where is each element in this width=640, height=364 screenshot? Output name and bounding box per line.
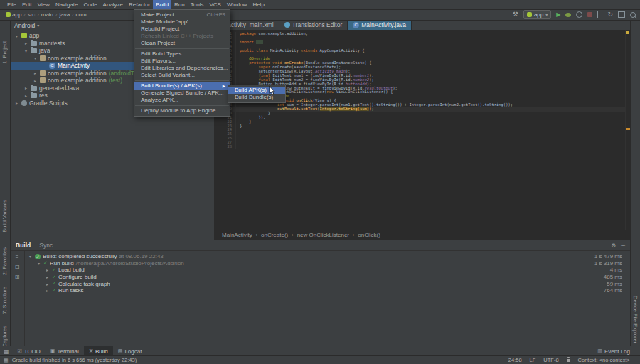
debug-button[interactable]: [565, 13, 571, 17]
tree-expand-icon[interactable]: ▾: [28, 254, 33, 259]
profile-button[interactable]: [576, 11, 582, 18]
menu-item-make-project[interactable]: Make ProjectCtrl+F9: [134, 11, 230, 18]
tool-window-tab-terminal[interactable]: ▣Terminal: [46, 346, 84, 356]
tree-expand-icon[interactable]: ▸: [45, 288, 50, 293]
tree-expand-icon[interactable]: ▾: [33, 55, 38, 60]
tree-expand-icon[interactable]: ▸: [33, 78, 38, 83]
editor-tab-mainactivity-java[interactable]: MainActivity.java: [348, 20, 412, 30]
tree-expand-icon[interactable]: ▸: [45, 274, 50, 279]
tree-expand-icon[interactable]: ▸: [33, 70, 38, 75]
sdk-manager-button[interactable]: [618, 11, 625, 18]
menu-help[interactable]: Help: [250, 0, 267, 9]
tool-window-button-7-structure[interactable]: 7: Structure: [1, 287, 8, 314]
tool-window-button-2-favorites[interactable]: 2: Favorites: [1, 247, 8, 275]
menu-tools[interactable]: Tools: [188, 0, 207, 9]
build-row-build-completed-successfully[interactable]: ▾✓Build: completed successfully at 08.06…: [25, 253, 631, 260]
tool-window-tab-todo[interactable]: ☑TODO: [13, 346, 46, 356]
menu-item-generate-signed-bundle-apk[interactable]: Generate Signed Bundle / APK...: [134, 90, 230, 97]
event-log-button[interactable]: ▥ Event Log: [597, 348, 640, 355]
editor-breadcrumb-mainactivity[interactable]: MainActivity: [222, 232, 252, 238]
stop-button[interactable]: [587, 12, 592, 17]
menu-analyze[interactable]: Analyze: [100, 0, 126, 9]
gradle-sync-button[interactable]: ↻: [607, 11, 613, 18]
menu-refactor[interactable]: Refactor: [126, 0, 153, 9]
tree-expand-icon[interactable]: ▸: [23, 85, 28, 90]
tree-expand-icon[interactable]: ▾: [23, 48, 28, 53]
code-line[interactable]: 28: [215, 145, 625, 149]
build-row-run-build[interactable]: ▾✓Run build /home/alpa/AndroidStudioProj…: [25, 260, 631, 267]
hide-icon[interactable]: ─: [621, 242, 625, 249]
menu-run[interactable]: Run: [171, 0, 188, 9]
lock-icon[interactable]: [567, 359, 570, 362]
tree-expand-icon[interactable]: ▸: [45, 267, 50, 272]
status-item-utf-8[interactable]: UTF-8: [543, 357, 558, 363]
menu-item-analyze-apk[interactable]: Analyze APK...: [134, 97, 230, 104]
editor-breadcrumb-onclick[interactable]: onClick(): [358, 232, 380, 238]
tree-expand-icon[interactable]: ▾: [36, 261, 41, 266]
status-message[interactable]: Gradle build finished in 6 s 656 ms (yes…: [12, 357, 137, 363]
navbar-crumb-com[interactable]: com: [75, 11, 86, 18]
status-item-context-no-context[interactable]: Context: <no context>: [578, 357, 630, 363]
avd-manager-button[interactable]: [597, 11, 602, 18]
collapse-all-icon[interactable]: ⊟: [15, 264, 20, 270]
menu-item-select-build-variant[interactable]: Select Build Variant...: [134, 72, 230, 79]
tree-expand-icon[interactable]: ▸: [23, 41, 28, 46]
tree-expand-icon[interactable]: ▸: [14, 100, 19, 105]
folder-icon: [31, 86, 37, 91]
tool-window-button-device-file-explorer[interactable]: Device File Explorer: [632, 296, 639, 343]
menu-item-build-apk-s[interactable]: Build APK(s): [228, 87, 285, 94]
build-row-configure-build[interactable]: ▸✓Configure build485 ms: [25, 274, 631, 281]
expand-all-icon[interactable]: ⊞: [15, 274, 20, 280]
menu-item-make-module-app[interactable]: Make Module 'app': [134, 18, 230, 26]
menu-file[interactable]: File: [4, 0, 19, 9]
tool-window-switcher-icon[interactable]: ▦: [0, 348, 13, 355]
navbar-crumb-java[interactable]: java: [59, 11, 70, 18]
tool-window-button-1-project[interactable]: 1: Project: [1, 41, 8, 64]
build-hammer-icon[interactable]: ⚒: [513, 11, 518, 18]
tree-node-label: com.example.addition: [48, 77, 107, 84]
menu-item-edit-build-types[interactable]: Edit Build Types...: [134, 50, 230, 58]
menu-window[interactable]: Window: [224, 0, 250, 9]
menu-item-clean-project[interactable]: Clean Project: [134, 40, 230, 47]
navbar-crumb-src[interactable]: src: [28, 11, 36, 18]
run-config-dropdown[interactable]: app▾: [523, 10, 551, 19]
filter-icon[interactable]: ≡: [16, 254, 19, 260]
editor-tab-translations-editor[interactable]: Translations Editor: [279, 20, 348, 30]
search-button[interactable]: [630, 12, 636, 18]
navbar-crumb-app[interactable]: app: [6, 11, 21, 18]
run-button[interactable]: ▶: [556, 11, 560, 18]
menu-edit[interactable]: Edit: [19, 0, 35, 9]
menu-item-rebuild-project[interactable]: Rebuild Project: [134, 26, 230, 33]
project-view-selector[interactable]: Android: [14, 22, 35, 29]
build-row-run-tasks[interactable]: ▸✓Run tasks764 ms: [25, 287, 631, 294]
menu-item-deploy-module-to-app-engine[interactable]: Deploy Module to App Engine...: [134, 107, 230, 114]
menu-build[interactable]: Build: [153, 0, 171, 9]
code-editor[interactable]: 1package com.example.addition;23import .…: [215, 32, 625, 230]
status-item-24-58[interactable]: 24:58: [508, 357, 522, 363]
window-grid-icon[interactable]: ▦: [0, 358, 12, 363]
tree-expand-icon[interactable]: ▸: [23, 93, 28, 98]
tool-window-tab-logcat[interactable]: ▤Logcat: [113, 346, 147, 356]
code-text: import ...: [240, 41, 263, 45]
menu-item-build-bundle-s[interactable]: Build Bundle(s): [228, 94, 285, 101]
editor-breadcrumb-new-onclicklistener[interactable]: new OnClickListener: [297, 232, 349, 238]
menu-view[interactable]: View: [35, 0, 53, 9]
build-step-label: Build: completed successfully: [43, 253, 117, 259]
menu-item-build-bundle-s-apk-s[interactable]: Build Bundle(s) / APK(s)▶: [134, 82, 230, 90]
navbar-crumb-main[interactable]: main: [41, 11, 53, 18]
status-item-lf[interactable]: LF: [530, 357, 536, 363]
menu-code[interactable]: Code: [80, 0, 100, 9]
build-panel-tab-sync[interactable]: Sync: [39, 242, 53, 249]
tree-expand-icon[interactable]: ▸: [45, 282, 50, 287]
menu-navigate[interactable]: Navigate: [53, 0, 81, 9]
build-row-load-build[interactable]: ▸✓Load build4 ms: [25, 267, 631, 274]
tree-expand-icon[interactable]: ▾: [14, 33, 19, 38]
settings-icon[interactable]: ⚙: [611, 242, 616, 249]
menu-vcs[interactable]: VCS: [206, 0, 223, 9]
editor-breadcrumb-oncreate[interactable]: onCreate(): [261, 232, 288, 238]
build-row-calculate-task-graph[interactable]: ▸✓Calculate task graph59 ms: [25, 280, 631, 287]
tool-window-tab-build[interactable]: ⚒Build: [84, 346, 113, 356]
menu-item-edit-flavors[interactable]: Edit Flavors...: [134, 58, 230, 65]
menu-item-edit-libraries-and-dependencies[interactable]: Edit Libraries and Dependencies...: [134, 65, 230, 72]
tool-window-button-build-variants[interactable]: Build Variants: [1, 200, 8, 232]
